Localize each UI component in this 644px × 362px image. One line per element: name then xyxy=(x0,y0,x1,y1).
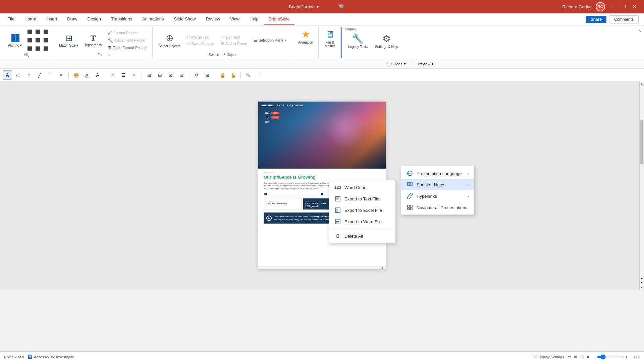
review-dropdown[interactable]: Review ▾ xyxy=(416,61,436,67)
grid-view-btn[interactable]: ⊞ xyxy=(574,355,577,359)
tab-help[interactable]: Help xyxy=(245,13,263,25)
context-delete-all[interactable]: Delete All xyxy=(329,230,395,242)
speaker-notes-label: Speaker Notes xyxy=(417,182,445,187)
zoom-in-btn[interactable]: + xyxy=(625,354,628,360)
close-button[interactable]: ✕ xyxy=(631,3,639,11)
rotate-btn[interactable]: ↺ xyxy=(192,70,201,80)
scroll-mid-down-btn[interactable]: ▼ xyxy=(640,280,644,285)
draw-curve-tool[interactable]: ⌒ xyxy=(46,70,55,80)
tab-view[interactable]: View xyxy=(225,13,244,25)
align-right-btn[interactable]: ≡ xyxy=(129,70,139,80)
tab-animations[interactable]: Animations xyxy=(138,13,168,25)
draw-cross-tool[interactable]: ✕ xyxy=(56,70,66,80)
draw-text-tool[interactable]: A xyxy=(3,70,12,80)
draw-circle-tool[interactable]: ○ xyxy=(24,70,34,80)
align-left-mid-btn[interactable]: ⬛ xyxy=(26,37,33,44)
select-objects-button[interactable]: ⊕ Select Objects xyxy=(157,32,182,49)
scroll-up-btn[interactable]: ▲ xyxy=(640,81,644,86)
format-painter-icon: 🖌 xyxy=(107,30,112,36)
zoom-out-btn[interactable]: − xyxy=(593,354,596,360)
search-icon[interactable]: 🔍 xyxy=(339,4,346,10)
selection-pane-btn[interactable]: ☰ Selection Pane ▾ xyxy=(252,38,288,43)
tab-insert[interactable]: Insert xyxy=(42,13,62,25)
display-icon: 🖥 xyxy=(533,355,536,359)
align-right-mid-btn[interactable]: ⬛ xyxy=(42,37,49,44)
presentation-language-arrow: › xyxy=(468,171,469,176)
comments-button[interactable]: Comments xyxy=(609,15,639,23)
tab-brightslide[interactable]: BrightSlide xyxy=(264,13,294,25)
zoom-fit-btn[interactable]: ⊡ xyxy=(254,70,264,80)
intersect-btn[interactable]: ⊠ xyxy=(166,70,175,80)
status-right: 🖥 Display Settings 🗃 ⊞ 📄 ▶ − + 39% xyxy=(533,354,640,360)
context-menu: 123 Word Count Export to Text File X Exp… xyxy=(329,180,396,243)
draw-rect-tool[interactable]: ▭ xyxy=(13,70,23,80)
align-center-mid-btn[interactable]: ⬛ xyxy=(34,37,41,44)
slideshow-view-btn[interactable]: ▶ xyxy=(587,355,590,359)
align-right-top-btn[interactable]: ⬛ xyxy=(42,28,49,36)
normal-view-btn[interactable]: 🗃 xyxy=(568,355,571,359)
export-excel-icon: X xyxy=(334,207,341,214)
align-label: Align xyxy=(24,52,32,57)
legacy-tools-button[interactable]: 🔧 Legacy Tools xyxy=(345,32,370,50)
submenu-presentation-language[interactable]: Presentation Language › xyxy=(401,168,474,179)
reading-view-btn[interactable]: 📄 xyxy=(580,355,584,359)
guides-label: Guides xyxy=(391,62,402,66)
tab-file[interactable]: File xyxy=(3,13,19,25)
accessibility-status[interactable]: ♿ Accessibility: Investigate xyxy=(28,355,74,359)
lock-btn[interactable]: 🔒 xyxy=(218,70,227,80)
year-2020: 2020 xyxy=(265,117,269,119)
align-center-bot-btn[interactable]: ⬛ xyxy=(34,45,41,52)
tab-home[interactable]: Home xyxy=(20,13,41,25)
tab-review[interactable]: Review xyxy=(201,13,225,25)
user-avatar[interactable]: RG xyxy=(596,2,605,11)
collapse-ribbon-btn[interactable]: ∧ xyxy=(638,28,641,33)
align-to-button[interactable]: Align to▼ xyxy=(6,33,24,48)
context-export-word[interactable]: W Export to Word File xyxy=(329,216,395,227)
format-painter-btn: 🖌 Format Painter xyxy=(105,29,149,36)
typography-button[interactable]: T Typography xyxy=(83,33,104,48)
font-color-btn[interactable]: A xyxy=(82,70,92,80)
align-right-bot-btn[interactable]: ⬛ xyxy=(42,45,49,52)
file-master-button[interactable]: 🖥 File &Master xyxy=(323,28,337,49)
align-left-top-btn[interactable]: ⬛ xyxy=(26,28,33,36)
highlight-btn[interactable]: A xyxy=(93,70,102,80)
tab-design[interactable]: Design xyxy=(83,13,106,25)
scroll-mid-up-btn[interactable]: ▲ xyxy=(640,276,644,280)
tab-transitions[interactable]: Transitions xyxy=(106,13,137,25)
group-btn[interactable]: ⊞ xyxy=(203,70,212,80)
fill-color-btn[interactable]: 🎨 xyxy=(71,70,81,80)
display-settings-btn[interactable]: 🖥 Display Settings xyxy=(533,355,564,359)
scroll-thumb[interactable] xyxy=(640,120,643,164)
match-size-button[interactable]: ⊞ Match Size▼ xyxy=(57,33,81,48)
accessibility-icon: ♿ xyxy=(28,355,33,359)
minimize-button[interactable]: − xyxy=(609,3,617,11)
tab-slideshow[interactable]: Slide Show xyxy=(169,13,200,25)
scroll-down-btn[interactable]: ▼ xyxy=(640,285,644,290)
unlock-btn[interactable]: 🔓 xyxy=(228,70,238,80)
align-left-bot-btn[interactable]: ⬛ xyxy=(26,45,33,52)
align-left-btn[interactable]: ≡ xyxy=(108,70,117,80)
guides-dropdown[interactable]: ⊟ Guides ▾ xyxy=(384,61,408,67)
restore-button[interactable]: ❐ xyxy=(620,3,628,11)
zoom-slider[interactable] xyxy=(597,354,624,360)
align-center-btn[interactable]: ☰ xyxy=(119,70,128,80)
dropdown-arrow[interactable]: ▾ xyxy=(317,4,319,9)
context-export-excel[interactable]: X Export to Excel File xyxy=(329,204,395,216)
tab-draw[interactable]: Draw xyxy=(62,13,82,25)
draw-line-tool[interactable]: ╱ xyxy=(35,70,44,80)
table-format-painter-btn[interactable]: ⊞ Table Format Painter xyxy=(105,44,149,51)
ribbon-group-selection: ⊕ Select Objects ⊟ Merge Text ⇌ Swap Obj… xyxy=(153,27,292,58)
merge-btn[interactable]: ⊟ xyxy=(155,70,165,80)
submenu-speaker-notes[interactable]: Speaker Notes › xyxy=(401,179,474,190)
context-export-text[interactable]: Export to Text File xyxy=(329,193,395,204)
submenu-navigate-all[interactable]: Navigate all Presentations xyxy=(401,202,474,213)
context-word-count[interactable]: 123 Word Count xyxy=(329,182,395,193)
subtract-btn[interactable]: ⊡ xyxy=(177,70,186,80)
more-tools-btn[interactable]: 🔍 xyxy=(244,70,253,80)
distribute-btn[interactable]: ⊞ xyxy=(145,70,154,80)
animation-button[interactable]: ★ Animation xyxy=(296,28,315,45)
share-button[interactable]: Share xyxy=(586,16,606,23)
settings-help-button[interactable]: ⚙ Settings & Help xyxy=(372,32,401,50)
align-center-top-btn[interactable]: ⬛ xyxy=(34,28,41,36)
submenu-hyperlinks[interactable]: Hyperlinks › xyxy=(401,190,474,202)
